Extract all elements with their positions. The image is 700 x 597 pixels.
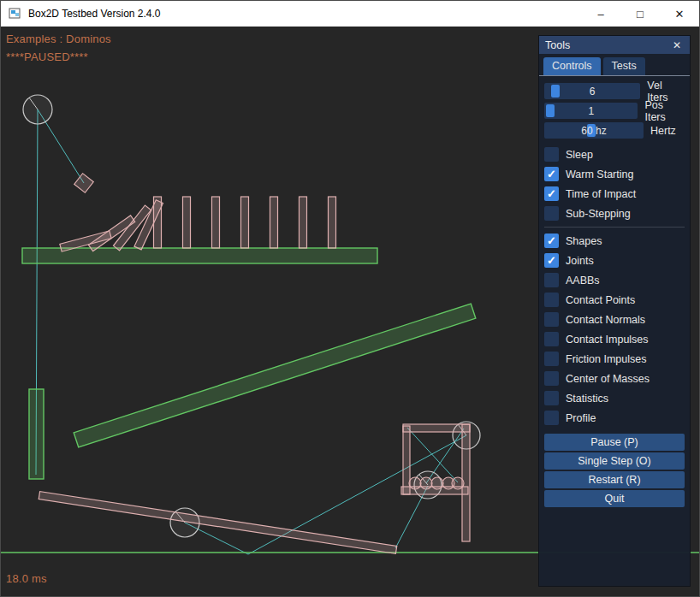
contact-points-checkbox[interactable] [544,293,559,307]
tools-panel: Tools ✕ Controls Tests 6 Vel Iters 1 Pos… [538,35,691,587]
domino[interactable] [212,197,220,248]
ball[interactable] [409,477,421,489]
window-title: Box2D Testbed Version 2.4.0 [28,8,161,20]
window-controls: – □ ✕ [581,1,699,27]
vel-iters-value: 6 [590,86,596,98]
panel-separator [544,227,685,228]
sleep-row: Sleep [544,145,685,164]
center-of-masses-label: Center of Masses [566,373,650,385]
tools-panel-title: Tools [545,39,670,51]
shapes-checkbox[interactable] [544,233,559,248]
tilted-plank[interactable] [39,492,397,554]
ball[interactable] [452,477,464,489]
warm-starting-label: Warm Starting [566,168,633,180]
domino[interactable] [270,197,278,248]
close-button[interactable]: ✕ [660,1,699,27]
hertz-label: Hertz [650,125,676,137]
sub-stepping-label: Sub-Stepping [566,208,631,220]
contact-normals-checkbox[interactable] [544,312,559,327]
tab-tests[interactable]: Tests [603,57,645,75]
joints-checkbox[interactable] [544,253,559,268]
friction-impulses-row: Friction Impulses [544,349,685,369]
box2d-testbed-window: { "window": { "title": "Box2D Testbed Ve… [0,0,700,597]
tab-controls[interactable]: Controls [543,57,601,75]
shapes-label: Shapes [566,235,602,247]
frame-top-bar[interactable] [403,424,470,432]
profile-checkbox[interactable] [544,411,559,425]
dominos-platform [22,248,377,263]
restart-button[interactable]: Restart (R) [544,471,685,488]
pos-iters-row: 1 Pos Iters [544,101,685,121]
friction-impulses-checkbox[interactable] [544,352,559,366]
tools-panel-close-icon[interactable]: ✕ [670,39,684,51]
domino[interactable] [241,197,249,248]
domino[interactable] [329,197,336,248]
hertz-value: 60 hz [581,125,606,137]
contact-impulses-checkbox[interactable] [544,332,559,346]
maximize-button[interactable]: □ [620,1,660,27]
statistics-label: Statistics [566,393,608,405]
paused-label: ****PAUSED**** [6,50,88,63]
tools-panel-titlebar[interactable]: Tools ✕ [539,36,690,54]
pendulum-circle[interactable] [23,95,52,124]
hertz-row: 60 hz Hertz [544,121,685,140]
example-label: Examples : Dominos [6,33,111,45]
warm-starting-row: Warm Starting [544,164,685,184]
statistics-checkbox[interactable] [544,391,559,405]
contact-points-label: Contact Points [566,294,635,306]
contact-impulses-row: Contact Impulses [544,329,685,349]
sub-stepping-row: Sub-Stepping [544,204,685,223]
pos-iters-label: Pos Iters [644,99,685,123]
center-of-masses-checkbox[interactable] [544,371,559,386]
pos-iters-slider-grab[interactable] [546,104,555,117]
time-of-impact-row: Time of Impact [544,184,685,204]
pause-button[interactable]: Pause (P) [544,434,685,451]
contact-normals-label: Contact Normals [566,314,645,326]
shapes-row: Shapes [544,231,685,251]
ball[interactable] [420,477,432,489]
domino[interactable] [300,197,307,248]
domino[interactable] [154,197,162,248]
aabbs-checkbox[interactable] [544,273,559,287]
frame-time-label: 18.0 ms [6,572,47,585]
sleep-label: Sleep [566,149,593,161]
time-of-impact-checkbox[interactable] [544,186,559,201]
single-step-button[interactable]: Single Step (O) [544,452,685,470]
sub-stepping-checkbox[interactable] [544,206,559,221]
profile-label: Profile [566,412,596,424]
vel-iters-slider-grab[interactable] [551,85,560,98]
profile-row: Profile [544,408,685,428]
aabbs-row: AABBs [544,270,685,290]
ball[interactable] [431,477,443,489]
aabbs-label: AABBs [566,275,600,287]
os-titlebar[interactable]: Box2D Testbed Version 2.4.0 – □ ✕ [1,1,699,27]
joints-label: Joints [566,255,594,267]
contact-normals-row: Contact Normals [544,310,685,329]
time-of-impact-label: Time of Impact [566,188,636,200]
hertz-slider[interactable]: 60 hz [544,122,644,139]
friction-impulses-label: Friction Impulses [566,353,646,365]
statistics-row: Statistics [544,388,685,408]
tools-tab-bar: Controls Tests [539,54,690,76]
domino[interactable] [183,197,191,248]
quit-button[interactable]: Quit [544,490,685,507]
contact-points-row: Contact Points [544,290,685,310]
pos-iters-value: 1 [588,105,594,117]
minimize-button[interactable]: – [581,1,620,27]
warm-starting-checkbox[interactable] [544,167,559,181]
pos-iters-slider[interactable]: 1 [544,103,638,119]
center-of-masses-row: Center of Masses [544,369,685,388]
sleep-checkbox[interactable] [544,147,559,162]
vel-iters-slider[interactable]: 6 [544,83,640,99]
joints-row: Joints [544,251,685,270]
contact-impulses-label: Contact Impulses [566,334,649,346]
app-icon [9,7,22,21]
vertical-platform [29,389,44,479]
pendulum-box[interactable] [74,174,93,192]
